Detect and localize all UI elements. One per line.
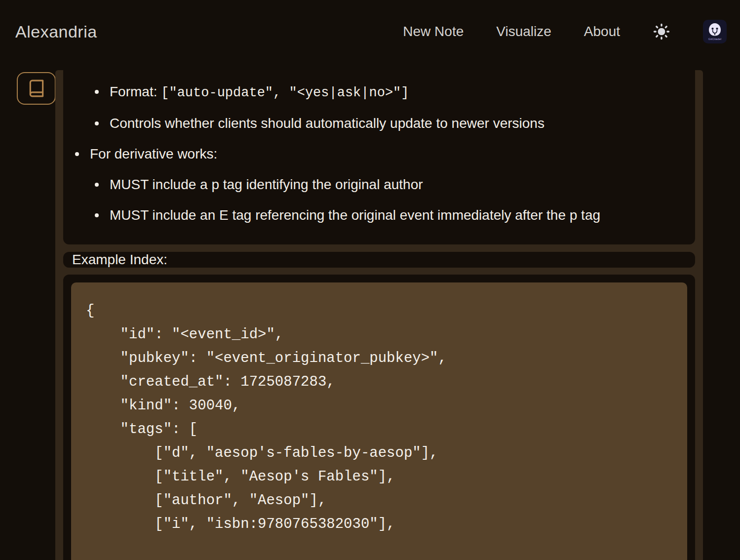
example-heading: Example Index: [72,252,167,268]
brand-title[interactable]: Alexandria [15,22,403,41]
code-card: { "id": "<event_id>", "pubkey": "<event_… [63,275,695,560]
main-nav: New Note Visualize About [403,20,727,43]
list-item-derivative-works: For derivative works: [63,145,683,163]
app-header: Alexandria New Note Visualize About [0,0,740,58]
gitcitadel-logo[interactable]: GitCitadel [703,20,727,43]
format-code: ["auto-update", "<yes|ask|no>"] [161,85,409,100]
book-icon [27,79,46,98]
nav-about[interactable]: About [584,24,620,40]
gitcitadel-logo-icon: GitCitadel [703,20,727,43]
sidebar-toggle-button[interactable] [17,72,56,105]
nav-new-note[interactable]: New Note [403,24,464,40]
list-item-must-p-tag: MUST include a p tag identifying the ori… [63,175,683,194]
spec-card: Format: ["auto-update", "<yes|ask|no>"] … [63,70,695,244]
theme-toggle-button[interactable] [653,23,670,40]
nav-visualize[interactable]: Visualize [496,24,551,40]
list-item-format: Format: ["auto-update", "<yes|ask|no>"] [63,82,683,102]
format-label: Format: [110,84,161,99]
json-code-block: { "id": "<event_id>", "pubkey": "<event_… [71,282,687,560]
page: { "app": { "brand": "Alexandria" }, "hea… [0,0,740,560]
spec-list: Format: ["auto-update", "<yes|ask|no>"] … [63,82,683,225]
sun-icon [653,23,670,40]
logo-caption: GitCitadel [708,38,721,40]
list-item-must-e-tag: MUST include an E tag referencing the or… [63,206,683,225]
example-heading-card: Example Index: [63,252,695,268]
content-panel: Format: ["auto-update", "<yes|ask|no>"] … [55,70,703,560]
list-item-controls: Controls whether clients should automati… [63,114,683,133]
